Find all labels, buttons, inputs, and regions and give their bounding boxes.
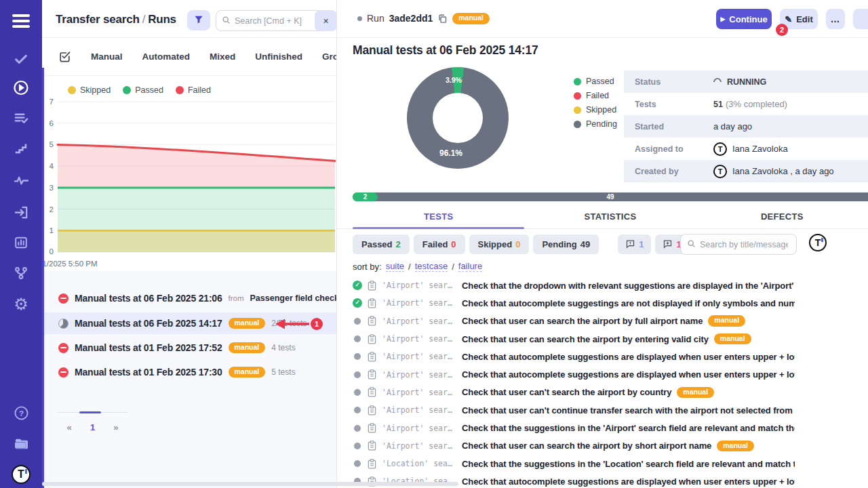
copy-run-id-button[interactable]: [437, 14, 448, 24]
branch-icon[interactable]: [13, 265, 29, 281]
test-suite: 'Airport' sear…: [382, 405, 456, 415]
tab-manual[interactable]: Manual: [91, 52, 123, 62]
test-row[interactable]: 'Airport' sear… Check that user can sear…: [353, 330, 795, 348]
run-status-icon: [58, 293, 68, 304]
menu-icon[interactable]: [12, 14, 30, 31]
filter-passed[interactable]: Passed2: [353, 235, 410, 254]
runs-search-input[interactable]: [235, 16, 309, 26]
test-title: Check that the suggestions in the 'Locat…: [462, 459, 795, 469]
tab-unfinished[interactable]: Unfinished: [255, 52, 302, 62]
table-row-created: Created by TIana Zavoloka , a day ago: [624, 160, 868, 182]
spinner-icon: [712, 76, 724, 87]
annotation-marker-1: 1: [311, 318, 323, 330]
run-row[interactable]: Manual tests at 01 Feb 2025 17:52 manual…: [42, 337, 337, 359]
table-row-assigned: Assigned to TIana Zavoloka: [624, 138, 868, 160]
close-search-button[interactable]: ×: [315, 10, 337, 31]
annotation-marker-2: 2: [776, 24, 788, 36]
overflow-button-partial[interactable]: [853, 9, 868, 29]
run-row[interactable]: Manual tests at 01 Feb 2025 17:30 manual…: [42, 361, 337, 383]
pagination-next[interactable]: »: [104, 422, 127, 432]
select-runs-icon[interactable]: [58, 50, 71, 63]
test-row[interactable]: 'Airport' sear… Check that the suggestio…: [353, 419, 795, 436]
tab-statistics[interactable]: STATISTICS: [524, 207, 696, 228]
test-title: Check that user can search the airport b…: [462, 334, 709, 344]
legend-passed: Passed: [574, 77, 617, 86]
breadcrumb-root[interactable]: Transfer search: [56, 13, 140, 26]
gear-icon[interactable]: ⚙: [13, 296, 29, 312]
svg-text:5: 5: [50, 140, 54, 148]
filter-pending[interactable]: Pending49: [533, 235, 599, 254]
continue-button[interactable]: ▶Continue: [716, 9, 772, 29]
check-icon[interactable]: [13, 51, 29, 67]
test-row[interactable]: 'Airport' sear… Check that user can sear…: [353, 437, 795, 455]
test-row[interactable]: 'Airport' sear… Check that autocomplete …: [353, 365, 795, 383]
folder-icon[interactable]: [13, 436, 29, 452]
test-suite: 'Airport' sear…: [382, 441, 456, 451]
tab-automated[interactable]: Automated: [142, 52, 191, 62]
test-row[interactable]: 'Airport' sear… Check that user can't co…: [353, 401, 795, 419]
run-type-badge: manual: [452, 13, 490, 24]
clipboard-icon: [368, 298, 376, 308]
clipboard-icon: [368, 441, 376, 451]
sort-by-suite[interactable]: suite: [386, 261, 404, 272]
app-root: ⚙ ? T Transfer search/Runs ×: [0, 0, 868, 488]
test-row[interactable]: 'Location' sea… Check that the suggestio…: [353, 455, 795, 472]
results-donut-chart: 3.9% 96.1%: [407, 67, 509, 169]
user-avatar-small[interactable]: T: [809, 234, 827, 251]
area-chart-svg: 7 6 5 4 3 2 1 0: [42, 95, 337, 254]
steps-icon[interactable]: [13, 140, 29, 157]
test-row[interactable]: 'Airport' sear… Check that user can sear…: [353, 312, 795, 330]
pagination-prev[interactable]: «: [58, 422, 81, 432]
tab-tests[interactable]: TESTS: [353, 207, 524, 228]
test-row[interactable]: 'Airport' sear… Check that autocomplete …: [353, 348, 795, 365]
runs-panel-header: Transfer search/Runs ×: [42, 0, 337, 38]
help-icon[interactable]: ?: [13, 405, 29, 421]
sort-by-testcase[interactable]: testcase: [415, 261, 448, 272]
user-avatar[interactable]: T: [12, 465, 31, 484]
run-title: Manual tests at 06 Feb 2025 14:17: [75, 318, 222, 329]
sort-by-failure[interactable]: failure: [458, 261, 482, 272]
donut-legend: Passed Failed Skipped Pending: [574, 77, 617, 129]
comment-exclaim-icon: [625, 239, 635, 251]
tests-search-input[interactable]: [700, 240, 788, 249]
test-status-icon: [354, 336, 361, 342]
pagination-page-1[interactable]: 1: [81, 422, 104, 432]
search-icon: [222, 15, 231, 27]
clipboard-icon: [368, 334, 376, 344]
run-from-plan: Passenger field check: [250, 293, 337, 303]
filter-button[interactable]: [187, 10, 210, 30]
test-status-icon: [354, 371, 361, 378]
horizontal-scrollbar[interactable]: [42, 482, 458, 486]
run-type-badge: manual: [229, 367, 266, 378]
filter-skipped[interactable]: Skipped0: [469, 235, 530, 254]
test-row[interactable]: 'Airport' sear… Check that the dropdown …: [353, 277, 795, 294]
run-progress-bar: 49 2: [353, 192, 868, 201]
test-row[interactable]: 'Airport' sear… Check that user can't se…: [353, 384, 795, 401]
more-actions-button[interactable]: …: [826, 9, 845, 29]
svg-text:0: 0: [50, 247, 54, 254]
tab-groups[interactable]: Groups: [322, 52, 337, 62]
panel-scrollbar[interactable]: [42, 68, 44, 488]
test-suite: 'Airport' sear…: [382, 334, 456, 344]
svg-text:?: ?: [18, 409, 23, 417]
test-status-icon: [354, 425, 361, 432]
list-check-icon[interactable]: [13, 110, 29, 126]
bar-chart-icon[interactable]: [13, 235, 29, 251]
run-row[interactable]: Manual tests at 06 Feb 2025 21:06 from P…: [42, 287, 337, 309]
sign-in-icon[interactable]: [13, 204, 29, 220]
activity-icon[interactable]: [13, 172, 29, 188]
test-type-badge: manual: [708, 315, 745, 327]
donut-passed-label: 3.9%: [446, 76, 462, 84]
tab-mixed[interactable]: Mixed: [210, 52, 235, 62]
tab-defects[interactable]: DEFECTS: [696, 207, 868, 228]
tests-search: [680, 234, 797, 255]
filter-failed[interactable]: Failed0: [414, 235, 465, 254]
test-row[interactable]: 'Airport' sear… Check that autocomplete …: [353, 294, 795, 312]
run-detail-header: Run 3ade2dd1 manual ▶Continue ✎Edit …: [337, 0, 868, 38]
filter-comments[interactable]: 1: [618, 235, 651, 254]
progress-remaining-count: 49: [353, 192, 868, 201]
skipped-dot-icon: [68, 86, 76, 94]
clipboard-icon: [368, 405, 376, 415]
test-title: Check that user can search the airport b…: [462, 316, 703, 326]
play-circle-icon[interactable]: [13, 79, 29, 96]
